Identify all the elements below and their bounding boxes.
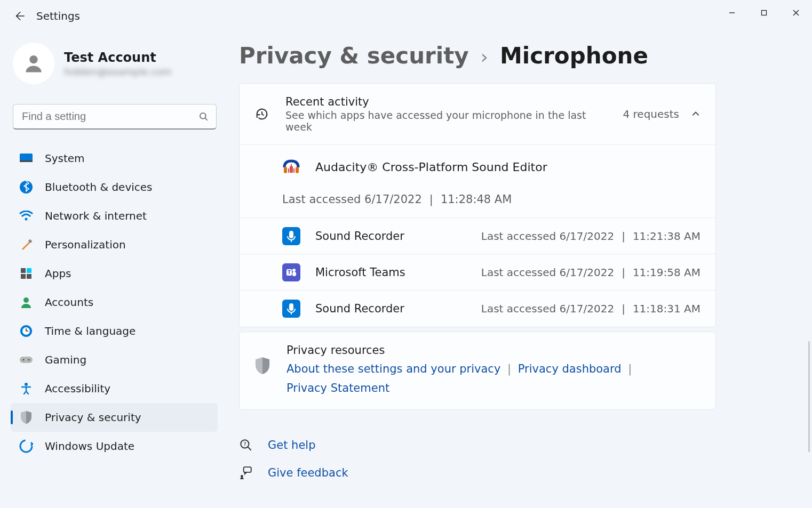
sidebar-item-privacy-security[interactable]: Privacy & security bbox=[11, 403, 218, 432]
activity-access-label: Last accessed 6/17/2022 bbox=[481, 302, 614, 315]
teams-icon: T bbox=[282, 263, 300, 281]
sidebar-item-bluetooth[interactable]: Bluetooth & devices bbox=[11, 173, 218, 201]
activity-item-microsoft-teams[interactable]: T Microsoft Teams Last accessed 6/17/202… bbox=[240, 254, 715, 291]
account-name: Test Account bbox=[64, 50, 171, 65]
svg-rect-8 bbox=[20, 160, 33, 162]
activity-access-time: 11:19:58 AM bbox=[633, 266, 700, 279]
gamepad-icon bbox=[19, 353, 33, 367]
shield-icon bbox=[254, 357, 270, 373]
accessibility-icon bbox=[19, 382, 33, 396]
svg-rect-32 bbox=[292, 272, 296, 276]
activity-access-label: Last accessed 6/17/2022 bbox=[481, 230, 614, 243]
recent-activity-subtitle: See which apps have accessed your microp… bbox=[285, 109, 607, 133]
minimize-button[interactable] bbox=[716, 2, 748, 23]
recent-activity-header[interactable]: Recent activity See which apps have acce… bbox=[240, 84, 715, 145]
wifi-icon bbox=[19, 209, 33, 223]
activity-access-time: 11:18:31 AM bbox=[633, 302, 700, 315]
svg-point-25 bbox=[20, 440, 32, 452]
sidebar-item-accounts[interactable]: Accounts bbox=[11, 288, 218, 317]
breadcrumb: Privacy & security › Microphone bbox=[239, 43, 648, 69]
sidebar-item-label: Bluetooth & devices bbox=[45, 181, 153, 193]
get-help-label: Get help bbox=[268, 439, 316, 451]
svg-point-38 bbox=[241, 475, 243, 478]
link-about-settings-privacy[interactable]: About these settings and your privacy bbox=[286, 362, 500, 375]
svg-point-4 bbox=[29, 55, 37, 63]
sidebar-item-personalization[interactable]: Personalization bbox=[11, 230, 218, 259]
activity-item-sound-recorder[interactable]: Sound Recorder Last accessed 6/17/2022 |… bbox=[240, 218, 715, 254]
link-privacy-statement[interactable]: Privacy Statement bbox=[286, 382, 389, 394]
maximize-button[interactable] bbox=[748, 2, 780, 23]
svg-rect-33 bbox=[289, 303, 293, 311]
system-icon bbox=[19, 151, 33, 165]
svg-rect-28 bbox=[289, 231, 293, 238]
sidebar-item-network[interactable]: Network & internet bbox=[11, 201, 218, 230]
shield-icon bbox=[19, 410, 33, 424]
svg-rect-13 bbox=[27, 268, 31, 273]
breadcrumb-parent[interactable]: Privacy & security bbox=[239, 43, 469, 69]
activity-access-label: Last accessed 6/17/2022 bbox=[282, 193, 422, 206]
search-input[interactable] bbox=[13, 104, 217, 130]
activity-app-name: Sound Recorder bbox=[315, 302, 404, 315]
activity-item-sound-recorder-2[interactable]: Sound Recorder Last accessed 6/17/2022 |… bbox=[240, 291, 715, 327]
request-count: 4 requests bbox=[623, 108, 679, 120]
clock-globe-icon bbox=[19, 324, 33, 338]
svg-rect-12 bbox=[21, 268, 26, 273]
page-title: Microphone bbox=[500, 43, 648, 69]
svg-point-22 bbox=[22, 359, 24, 360]
give-feedback-label: Give feedback bbox=[268, 466, 348, 479]
svg-text:T: T bbox=[288, 270, 291, 275]
sidebar-item-time-language[interactable]: Time & language bbox=[11, 317, 218, 345]
svg-rect-26 bbox=[284, 167, 287, 173]
svg-rect-14 bbox=[21, 274, 26, 279]
sidebar-item-gaming[interactable]: Gaming bbox=[11, 345, 218, 374]
update-icon bbox=[19, 439, 33, 453]
bluetooth-icon bbox=[19, 180, 33, 194]
sidebar-item-label: System bbox=[45, 152, 85, 165]
activity-app-name: Sound Recorder bbox=[315, 230, 404, 243]
avatar[interactable] bbox=[13, 43, 54, 84]
sidebar-item-label: Time & language bbox=[45, 325, 136, 337]
sound-recorder-icon bbox=[282, 300, 300, 318]
sidebar-item-label: Windows Update bbox=[45, 440, 134, 453]
sidebar-item-label: Privacy & security bbox=[45, 411, 141, 424]
sidebar-item-label: Gaming bbox=[45, 353, 86, 366]
activity-app-name: Microsoft Teams bbox=[315, 266, 405, 279]
sidebar-item-label: Accessibility bbox=[45, 382, 110, 395]
sidebar-item-label: Accounts bbox=[45, 296, 93, 309]
person-icon bbox=[19, 295, 33, 309]
apps-icon bbox=[19, 267, 33, 280]
audacity-icon bbox=[282, 158, 300, 176]
get-help-link[interactable]: ? Get help bbox=[239, 431, 716, 459]
activity-item-audacity[interactable]: Audacity® Cross-Platform Sound Editor La… bbox=[240, 145, 715, 218]
svg-point-23 bbox=[28, 359, 29, 360]
sound-recorder-icon bbox=[282, 227, 300, 245]
brush-icon bbox=[19, 238, 33, 252]
give-feedback-link[interactable]: Give feedback bbox=[239, 459, 716, 487]
sidebar-item-windows-update[interactable]: Windows Update bbox=[11, 432, 218, 461]
activity-app-name: Audacity® Cross-Platform Sound Editor bbox=[315, 160, 547, 174]
chevron-right-icon: › bbox=[481, 46, 488, 68]
sidebar-item-label: Network & internet bbox=[45, 209, 147, 222]
account-email: hidden@example.com bbox=[64, 66, 171, 77]
svg-point-24 bbox=[25, 383, 28, 386]
close-button[interactable] bbox=[780, 2, 812, 23]
search-icon bbox=[198, 111, 209, 122]
link-privacy-dashboard[interactable]: Privacy dashboard bbox=[518, 362, 622, 375]
svg-rect-37 bbox=[244, 467, 251, 473]
sidebar-item-system[interactable]: System bbox=[11, 144, 218, 173]
svg-line-36 bbox=[248, 447, 251, 451]
back-button[interactable] bbox=[13, 10, 26, 22]
scrollbar[interactable] bbox=[808, 341, 810, 452]
svg-rect-15 bbox=[27, 274, 31, 279]
feedback-icon bbox=[239, 466, 253, 480]
sidebar-item-label: Personalization bbox=[45, 238, 126, 251]
sidebar-item-apps[interactable]: Apps bbox=[11, 259, 218, 288]
sidebar-item-accessibility[interactable]: Accessibility bbox=[11, 374, 218, 403]
activity-access-time: 11:21:38 AM bbox=[633, 230, 700, 243]
privacy-resources-title: Privacy resources bbox=[286, 344, 635, 357]
svg-rect-27 bbox=[296, 167, 299, 173]
svg-point-5 bbox=[200, 113, 206, 119]
svg-text:?: ? bbox=[243, 441, 246, 448]
svg-point-10 bbox=[25, 218, 28, 221]
app-title: Settings bbox=[36, 10, 80, 22]
